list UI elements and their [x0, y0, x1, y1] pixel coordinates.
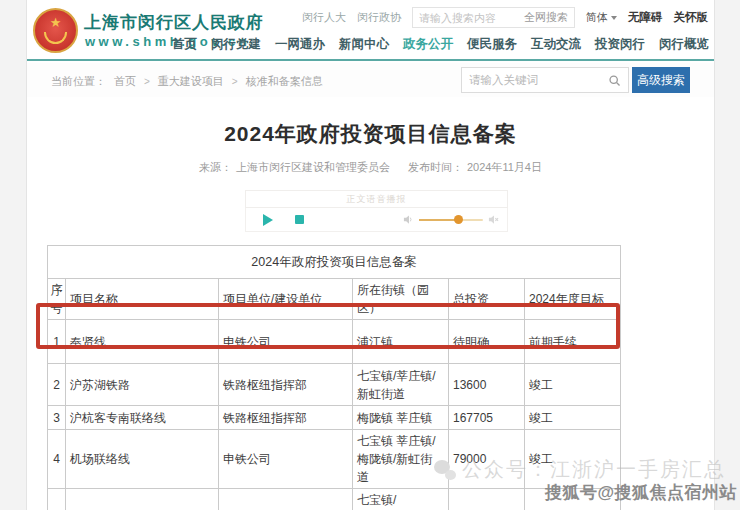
- table-cell: 沪杭客专南联络线: [66, 406, 219, 430]
- table-cell: 竣工: [525, 430, 621, 489]
- table-cell: 嘉闵线: [66, 489, 219, 510]
- search-icon[interactable]: [608, 74, 621, 87]
- table-cell: 浦江镇: [353, 320, 449, 364]
- breadcrumb-item[interactable]: 核准和备案信息: [246, 74, 323, 89]
- site-title: 上海市闵行区人民政府: [84, 11, 264, 34]
- speaker-icon[interactable]: [403, 214, 414, 225]
- volume-control: [403, 214, 499, 225]
- play-icon[interactable]: [263, 214, 273, 226]
- table-cell: 申铁公司: [219, 320, 353, 364]
- audio-player-status: 正文语音播报: [245, 190, 508, 208]
- nav-item[interactable]: 便民服务: [467, 36, 517, 53]
- breadcrumb-bar: 当前位置： 首页>重大建设项目>核准和备案信息 高级搜索: [27, 63, 714, 97]
- stop-icon[interactable]: [295, 215, 304, 224]
- table-cell: 奉贤线: [66, 320, 219, 364]
- table-row: 5嘉闵线申铁公司七宝镇/ /莘庄镇/新虹街道/ 莘庄工业区268537连续施工: [48, 489, 621, 510]
- utility-link[interactable]: 闵行政协: [357, 10, 401, 25]
- table-cell: 5: [48, 489, 66, 510]
- care-mode-button[interactable]: 关怀版: [674, 10, 709, 25]
- article-title: 2024年政府投资项目信息备案: [27, 120, 714, 148]
- speaker-muted-icon[interactable]: [488, 214, 499, 225]
- column-header: 项目名称: [66, 279, 219, 320]
- language-select[interactable]: 简体: [586, 10, 617, 25]
- audio-player-controls: [245, 208, 508, 232]
- table-cell: 前期手续: [525, 320, 621, 364]
- column-header: 项目单位/建设单位: [219, 279, 353, 320]
- column-header: 序号: [48, 279, 66, 320]
- table-cell: 竣工: [525, 364, 621, 406]
- table-cell: 竣工: [525, 406, 621, 430]
- table-cell: 七宝镇 莘庄镇/梅陇镇/新虹街道: [353, 430, 449, 489]
- page-canvas: ★ 上海市闵行区人民政府 www.shmh.gov.cn 闵行人大闵行政协 全网…: [0, 0, 740, 510]
- publish-time-value: 2024年11月4日: [467, 160, 542, 175]
- column-header: 2024年度目标: [525, 279, 621, 320]
- volume-slider-fill: [419, 219, 456, 221]
- nav-item[interactable]: 新闻中心: [339, 36, 389, 53]
- content-card: ★ 上海市闵行区人民政府 www.shmh.gov.cn 闵行人大闵行政协 全网…: [26, 0, 715, 510]
- table-row: 4机场联络线申铁公司七宝镇 莘庄镇/梅陇镇/新虹街道79000竣工: [48, 430, 621, 489]
- site-header: ★ 上海市闵行区人民政府 www.shmh.gov.cn 闵行人大闵行政协 全网…: [27, 0, 714, 61]
- breadcrumb: 当前位置： 首页>重大建设项目>核准和备案信息: [51, 74, 323, 89]
- publish-time-label: 发布时间：: [408, 160, 463, 175]
- breadcrumb-item[interactable]: 重大建设项目: [158, 74, 224, 89]
- table-cell: 连续施工: [525, 489, 621, 510]
- table-caption: 2024年政府投资项目信息备案: [48, 246, 621, 279]
- nav-item[interactable]: 闵行概览: [659, 36, 709, 53]
- advanced-search-button[interactable]: 高级搜索: [632, 67, 690, 93]
- nav-item[interactable]: 投资闵行: [595, 36, 645, 53]
- table-cell: 2: [48, 364, 66, 406]
- table-cell: 1: [48, 320, 66, 364]
- table-cell: 268537: [449, 489, 525, 510]
- volume-slider-knob[interactable]: [454, 215, 463, 224]
- projects-table-wrap: 2024年政府投资项目信息备案 序号项目名称项目单位/建设单位所在街镇（园区）总…: [47, 245, 625, 510]
- nav-item[interactable]: 闵行党建: [211, 36, 261, 53]
- volume-slider[interactable]: [419, 219, 483, 221]
- national-emblem-icon: ★: [33, 8, 78, 53]
- table-cell: 梅陇镇 莘庄镇: [353, 406, 449, 430]
- table-cell: 13600: [449, 364, 525, 406]
- table-cell: 待明确: [449, 320, 525, 364]
- table-cell: 申铁公司: [219, 489, 353, 510]
- table-cell: 4: [48, 430, 66, 489]
- chevron-down-icon: [611, 16, 617, 20]
- keyword-search-box: [461, 67, 629, 93]
- table-caption-row: 2024年政府投资项目信息备案: [48, 246, 621, 279]
- main-nav: 首页闵行党建一网通办新闻中心政务公开便民服务互动交流投资闵行闵行概览: [172, 36, 709, 53]
- nav-item[interactable]: 一网通办: [275, 36, 325, 53]
- article-meta: 来源： 上海市闵行区建设和管理委员会 发布时间： 2024年11月4日: [27, 160, 714, 175]
- nav-item[interactable]: 首页: [172, 36, 197, 53]
- column-header: 所在街镇（园区）: [353, 279, 449, 320]
- source-value: 上海市闵行区建设和管理委员会: [236, 160, 390, 175]
- breadcrumb-label: 当前位置：: [51, 74, 106, 89]
- net-search-button[interactable]: 全网搜索: [524, 10, 568, 25]
- utility-link[interactable]: 闵行人大: [302, 10, 346, 25]
- table-cell: 79000: [449, 430, 525, 489]
- table-body: 1奉贤线申铁公司浦江镇待明确前期手续2沪苏湖铁路铁路枢纽指挥部七宝镇/莘庄镇/新…: [48, 320, 621, 510]
- projects-table: 2024年政府投资项目信息备案 序号项目名称项目单位/建设单位所在街镇（园区）总…: [47, 245, 621, 510]
- source-label: 来源：: [199, 160, 232, 175]
- nav-item[interactable]: 互动交流: [531, 36, 581, 53]
- column-header: 总投资: [449, 279, 525, 320]
- utility-links: 闵行人大闵行政协: [302, 10, 401, 25]
- site-search-box: 全网搜索: [412, 7, 575, 28]
- nav-item[interactable]: 政务公开: [403, 36, 453, 53]
- emblem-star: ★: [35, 16, 76, 29]
- table-cell: 申铁公司: [219, 430, 353, 489]
- accessibility-button[interactable]: 无障碍: [628, 10, 663, 25]
- table-cell: 167705: [449, 406, 525, 430]
- table-row: 1奉贤线申铁公司浦江镇待明确前期手续: [48, 320, 621, 364]
- utility-bar: 闵行人大闵行政协 全网搜索 简体 无障碍 关怀版: [302, 7, 708, 28]
- site-search-input[interactable]: [419, 12, 520, 24]
- table-row: 2沪苏湖铁路铁路枢纽指挥部七宝镇/莘庄镇/新虹街道13600竣工: [48, 364, 621, 406]
- breadcrumb-items: 首页>重大建设项目>核准和备案信息: [114, 74, 323, 89]
- table-cell: 3: [48, 406, 66, 430]
- breadcrumb-separator: >: [232, 76, 238, 87]
- language-label: 简体: [586, 10, 608, 25]
- table-cell: 铁路枢纽指挥部: [219, 406, 353, 430]
- table-header-row: 序号项目名称项目单位/建设单位所在街镇（园区）总投资2024年度目标: [48, 279, 621, 320]
- table-cell: 七宝镇/ /莘庄镇/新虹街道/ 莘庄工业区: [353, 489, 449, 510]
- breadcrumb-item[interactable]: 首页: [114, 74, 136, 89]
- keyword-search-input[interactable]: [469, 74, 608, 86]
- audio-player: 正文语音播报: [245, 190, 508, 232]
- table-cell: 七宝镇/莘庄镇/新虹街道: [353, 364, 449, 406]
